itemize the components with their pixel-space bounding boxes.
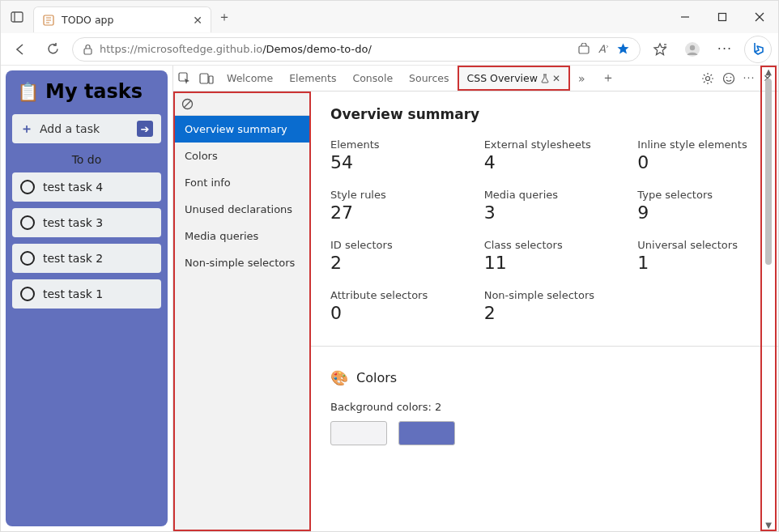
browser-tab[interactable]: TODO app ✕ — [33, 6, 211, 32]
stat-value: 54 — [330, 152, 452, 172]
css-overview-content: Overview summary Elements54External styl… — [311, 92, 778, 531]
task-item[interactable]: test task 3 — [12, 208, 161, 237]
bg-colors-label: Background colors: 2 — [330, 401, 759, 413]
radio-icon[interactable] — [20, 287, 35, 301]
tab-title: TODO app — [62, 14, 186, 26]
stat-item: External stylesheets4 — [484, 138, 606, 172]
tab-sources[interactable]: Sources — [401, 66, 457, 91]
radio-icon[interactable] — [20, 251, 35, 266]
tab-css-overview[interactable]: CSS Overview ✕ — [458, 66, 570, 91]
clipboard-icon: 📋 — [17, 82, 39, 102]
svg-point-22 — [730, 76, 731, 78]
stat-label: Style rules — [330, 189, 452, 201]
address-bar[interactable]: https://microsoftedge.github.io/Demos/de… — [72, 37, 641, 62]
back-button[interactable] — [7, 36, 33, 62]
window-maximize-icon[interactable] — [704, 1, 741, 33]
nav-media-queries[interactable]: Media queries — [175, 223, 309, 249]
tab-actions-icon[interactable] — [1, 1, 33, 33]
stat-item: Media queries3 — [484, 189, 606, 223]
shopping-icon[interactable] — [577, 43, 590, 55]
radio-icon[interactable] — [20, 215, 35, 230]
scrollbar-thumb[interactable] — [765, 79, 772, 265]
todo-app: 📋 My tasks ＋ Add a task ➔ To do test tas… — [6, 70, 168, 526]
plus-icon: ＋ — [20, 121, 33, 138]
stat-item: Attribute selectors0 — [330, 289, 452, 323]
nav-overview-summary[interactable]: Overview summary — [175, 116, 309, 143]
nav-colors[interactable]: Colors — [175, 143, 309, 169]
inspect-icon[interactable] — [178, 72, 191, 85]
tab-close-icon[interactable]: ✕ — [193, 14, 202, 27]
tab-close-icon[interactable]: ✕ — [552, 73, 560, 84]
nav-non-simple-selectors[interactable]: Non-simple selectors — [175, 249, 309, 276]
css-overview-nav: Overview summary Colors Font info Unused… — [173, 92, 311, 531]
stat-label: Non-simple selectors — [484, 289, 606, 301]
window-close-icon[interactable] — [741, 1, 778, 33]
task-item[interactable]: test task 2 — [12, 244, 161, 273]
svg-point-19 — [705, 76, 709, 80]
stat-value: 3 — [484, 202, 606, 223]
svg-rect-17 — [200, 74, 208, 83]
new-tab-button[interactable]: ＋ — [211, 4, 237, 30]
read-aloud-icon[interactable]: A› — [598, 43, 608, 55]
scroll-up-icon[interactable]: ▲ — [762, 67, 775, 76]
task-item[interactable]: test task 1 — [12, 279, 161, 309]
menu-icon[interactable]: ··· — [712, 36, 738, 62]
add-task-label: Add a task — [40, 122, 100, 135]
section-divider — [311, 346, 778, 347]
radio-icon[interactable] — [20, 180, 35, 194]
clear-overview-icon[interactable] — [175, 93, 309, 116]
todo-heading: To do — [12, 153, 161, 166]
reload-button[interactable] — [40, 36, 66, 62]
svg-rect-7 — [719, 14, 726, 21]
color-swatch[interactable] — [398, 421, 455, 445]
device-icon[interactable] — [199, 73, 214, 84]
svg-rect-0 — [11, 12, 23, 22]
submit-arrow-icon[interactable]: ➔ — [137, 121, 153, 137]
tab-elements[interactable]: Elements — [281, 66, 344, 91]
svg-point-20 — [723, 73, 734, 83]
stat-label: Universal selectors — [637, 239, 759, 251]
svg-point-15 — [690, 45, 695, 49]
url-host: https://microsoftedge.github.io/Demos/de… — [100, 43, 372, 55]
stat-value: 2 — [484, 303, 606, 323]
svg-point-21 — [726, 76, 727, 78]
gear-icon[interactable] — [701, 72, 714, 85]
more-tabs-button[interactable]: » — [570, 66, 594, 91]
window-minimize-icon[interactable] — [666, 1, 704, 33]
tab-css-overview-label: CSS Overview — [467, 72, 538, 84]
stat-label: Media queries — [484, 189, 606, 201]
add-task-input[interactable]: ＋ Add a task ➔ — [12, 114, 161, 143]
task-label: test task 1 — [43, 287, 103, 300]
stat-value: 0 — [330, 303, 452, 323]
stat-label: Type selectors — [637, 189, 759, 201]
favorites-icon[interactable] — [647, 36, 673, 62]
scroll-down-icon[interactable]: ▼ — [762, 521, 775, 530]
new-tab-button[interactable]: ＋ — [594, 66, 623, 91]
nav-font-info[interactable]: Font info — [175, 169, 309, 196]
bing-chat-icon[interactable] — [744, 36, 772, 63]
favorite-star-icon[interactable] — [616, 42, 630, 56]
stat-item: Type selectors9 — [637, 189, 759, 223]
svg-rect-10 — [84, 49, 92, 54]
color-swatch[interactable] — [330, 421, 387, 445]
task-item[interactable]: test task 4 — [12, 172, 161, 202]
nav-unused-declarations[interactable]: Unused declarations — [175, 196, 309, 223]
task-label: test task 2 — [43, 252, 103, 265]
task-label: test task 4 — [43, 181, 103, 194]
more-icon[interactable]: ··· — [743, 72, 756, 84]
feedback-icon[interactable] — [722, 72, 735, 85]
browser-toolbar: https://microsoftedge.github.io/Demos/de… — [1, 33, 778, 66]
svg-line-24 — [184, 100, 191, 108]
stat-item: ID selectors2 — [330, 239, 452, 273]
stat-item: Universal selectors1 — [637, 239, 759, 273]
lock-icon — [83, 44, 93, 55]
tab-console[interactable]: Console — [344, 66, 401, 91]
window-titlebar: TODO app ✕ ＋ — [1, 1, 778, 33]
profile-icon[interactable] — [679, 36, 705, 62]
stat-label: Inline style elements — [637, 138, 759, 151]
colors-heading: Colors — [356, 370, 397, 385]
stat-item: Inline style elements0 — [637, 138, 759, 172]
stat-item: Non-simple selectors2 — [484, 289, 606, 323]
tab-welcome[interactable]: Welcome — [219, 66, 281, 91]
task-label: test task 3 — [43, 216, 103, 229]
